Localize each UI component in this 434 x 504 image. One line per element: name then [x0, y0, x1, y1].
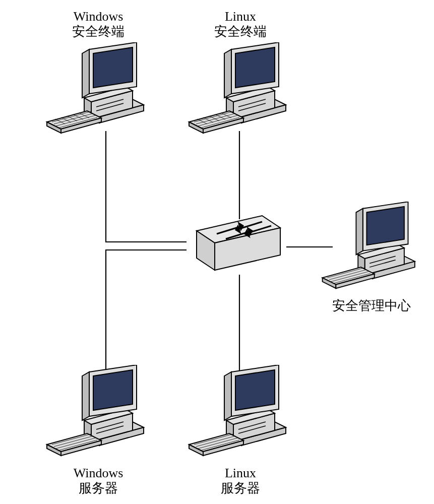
- svg-marker-20: [82, 49, 89, 98]
- computer-icon: [185, 42, 296, 138]
- label-line-1: Linux: [177, 466, 303, 481]
- svg-marker-102: [224, 372, 231, 420]
- network-switch: [187, 211, 287, 281]
- svg-marker-43: [224, 49, 231, 98]
- label-line-1: Windows: [35, 466, 161, 481]
- svg-marker-67: [366, 207, 404, 245]
- computer-icon: [185, 365, 296, 461]
- label-linux-server: Linux 服务器: [177, 466, 303, 496]
- node-windows-terminal: Windows 安全终端: [35, 9, 161, 140]
- label-linux-terminal: Linux 安全终端: [177, 9, 303, 39]
- label-line-2: 服务器: [177, 481, 303, 496]
- svg-marker-44: [235, 47, 275, 88]
- node-security-center: 安全管理中心: [314, 202, 429, 313]
- computer-icon: [43, 42, 154, 138]
- diagram-stage: { "nodes": { "top_left": { "line1": "Win…: [0, 0, 434, 504]
- label-line-1: Linux: [177, 9, 303, 24]
- node-linux-server: Linux 服务器: [177, 365, 303, 496]
- svg-marker-103: [235, 370, 275, 410]
- label-line-2: 安全终端: [35, 24, 161, 39]
- label-windows-terminal: Windows 安全终端: [35, 9, 161, 39]
- svg-marker-85: [93, 370, 133, 410]
- svg-marker-84: [82, 372, 89, 420]
- label-line-2: 安全终端: [177, 24, 303, 39]
- label-line-2: 服务器: [35, 481, 161, 496]
- svg-marker-21: [93, 47, 133, 88]
- svg-marker-66: [356, 209, 362, 255]
- node-windows-server: Windows 服务器: [35, 365, 161, 496]
- label-windows-server: Windows 服务器: [35, 466, 161, 496]
- label-security-center: 安全管理中心: [314, 298, 429, 313]
- computer-icon: [43, 365, 154, 461]
- label-line-1: Windows: [35, 9, 161, 24]
- switch-icon: [187, 211, 287, 281]
- node-linux-terminal: Linux 安全终端: [177, 9, 303, 140]
- label-line-1: 安全管理中心: [314, 298, 429, 313]
- computer-icon: [319, 202, 424, 293]
